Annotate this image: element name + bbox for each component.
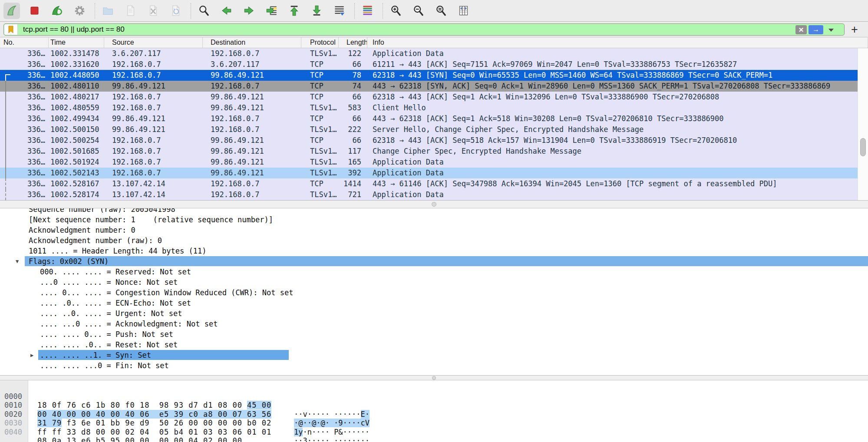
colorize-packets-button[interactable] xyxy=(359,3,376,19)
filter-add-button[interactable]: + xyxy=(848,22,861,37)
conversation-marker-icon xyxy=(5,189,10,200)
stop-capture-button[interactable] xyxy=(26,3,43,19)
packet-row[interactable]: 336… 1002.500254 192.168.0.7 99.86.49.12… xyxy=(0,135,858,146)
go-last-button[interactable] xyxy=(308,3,325,19)
detail-text: .... ..0. .... = Urgent: Not set xyxy=(40,308,182,319)
detail-tree-row[interactable]: 000. .... .... = Reserved: Not set xyxy=(0,267,868,277)
detail-tree-row[interactable]: .... .... 0... = Push: Not set xyxy=(0,329,868,340)
hex-row[interactable]: 0040 08 0a 13 e6 b5 95 00 00 00 00 04 02… xyxy=(0,419,868,428)
close-file-button[interactable] xyxy=(145,3,161,19)
packet-row[interactable]: 336… 1002.502143 192.168.0.7 99.86.49.12… xyxy=(0,168,858,178)
packet-source-cell: 192.168.0.7 xyxy=(104,157,203,168)
go-first-button[interactable] xyxy=(286,3,302,19)
detail-tree-row[interactable]: Acknowledgment number: 0 xyxy=(0,225,868,235)
zoom-original-button[interactable] xyxy=(432,3,449,19)
display-filter-input[interactable]: tcp.port == 80 || udp.port == 80 ✕ → xyxy=(3,23,845,36)
column-header-proto[interactable]: Protocol xyxy=(301,37,339,48)
detail-tree-row[interactable]: 1011 .... = Header Length: 44 bytes (11) xyxy=(0,246,868,256)
details-bytes-splitter[interactable] xyxy=(0,375,868,380)
packet-length-cell: 165 xyxy=(339,157,367,168)
column-header-len[interactable]: Length xyxy=(339,37,367,48)
packet-row[interactable]: 336… 1002.331620 192.168.0.7 3.6.207.117… xyxy=(0,59,858,70)
display-filter-text[interactable]: tcp.port == 80 || udp.port == 80 xyxy=(23,24,125,35)
packet-row[interactable]: 336… 1002.501924 192.168.0.7 99.86.49.12… xyxy=(0,157,858,168)
packet-time-cell: 1002.480110 xyxy=(49,81,104,92)
find-packet-button[interactable] xyxy=(195,3,212,19)
resize-columns-button[interactable] xyxy=(455,3,472,19)
go-back-button[interactable] xyxy=(218,3,234,19)
packet-list-scrollbar[interactable] xyxy=(858,48,868,200)
detail-tree-row[interactable]: .... .0.. .... = ECN-Echo: Not set xyxy=(0,298,868,308)
go-forward-button[interactable] xyxy=(241,3,257,19)
hex-ascii[interactable]: 1y·n···· P&······ xyxy=(294,428,370,437)
conversation-marker-icon xyxy=(5,135,10,146)
detail-tree-row[interactable]: Sequence number (raw): 2005041998 xyxy=(0,208,868,214)
filter-apply-button[interactable]: → xyxy=(809,25,823,34)
packet-row[interactable]: 336… 1002.480559 192.168.0.7 99.86.49.12… xyxy=(0,102,858,113)
packet-source-cell: 99.86.49.121 xyxy=(104,124,203,135)
column-header-src[interactable]: Source xyxy=(104,37,203,48)
packet-row[interactable]: 336… 1002.448050 192.168.0.7 99.86.49.12… xyxy=(0,70,858,81)
hex-bytes[interactable]: 08 0a 13 e6 b5 95 00 00 00 00 04 02 00 0… xyxy=(37,436,242,442)
capture-options-button[interactable] xyxy=(71,3,88,19)
go-back-icon xyxy=(221,5,232,16)
detail-tree-row[interactable]: Acknowledgment number (raw): 0 xyxy=(0,235,868,246)
splitter-handle[interactable] xyxy=(432,376,436,380)
packet-row[interactable]: 336… 1002.480110 99.86.49.121 192.168.0.… xyxy=(0,81,858,92)
detail-tree-row[interactable]: ▶ .... .... ..1. = Syn: Set xyxy=(0,350,868,360)
main-toolbar xyxy=(0,0,868,22)
save-file-button[interactable] xyxy=(122,3,139,19)
detail-tree-row[interactable]: .... .... .0.. = Reset: Not set xyxy=(0,340,868,350)
start-capture-button[interactable] xyxy=(3,3,20,19)
detail-tree-row[interactable]: .... ..0. .... = Urgent: Not set xyxy=(0,308,868,319)
packet-row[interactable]: 336… 1002.331478 3.6.207.117 192.168.0.7… xyxy=(0,48,858,59)
hex-row[interactable]: 0000 18 0f 76 c6 1b 80 f0 18 98 93 d7 d1… xyxy=(0,383,868,392)
packet-protocol-cell: TCP xyxy=(301,135,339,146)
column-header-dst[interactable]: Destination xyxy=(203,37,301,48)
packet-destination-cell: 99.86.49.121 xyxy=(203,135,301,146)
hex-row[interactable]: 0030 ff ff 33 d8 00 00 02 04 05 b4 01 03… xyxy=(0,410,868,419)
go-last-icon xyxy=(311,5,323,16)
packet-protocol-cell: TLSv1… xyxy=(301,102,339,113)
filter-dropdown-caret[interactable] xyxy=(828,29,834,32)
detail-tree-row[interactable]: .... ...0 .... = Acknowledgment: Not set xyxy=(0,319,868,329)
packet-row[interactable]: 336… 1002.528167 13.107.42.14 192.168.0.… xyxy=(0,178,858,189)
hex-row[interactable]: 0020 31 79 f3 6e 01 bb 9e d9 50 26 00 00… xyxy=(0,401,868,410)
reload-file-button[interactable] xyxy=(167,3,184,19)
packet-row[interactable]: 336… 1002.528174 13.107.42.14 192.168.0.… xyxy=(0,189,858,200)
scrollbar-thumb[interactable] xyxy=(860,138,866,156)
column-header-info[interactable]: Info xyxy=(367,37,868,48)
hex-bytes[interactable]: ff ff 33 d8 00 00 02 04 05 b4 01 03 03 0… xyxy=(37,428,271,437)
restart-capture-button[interactable] xyxy=(49,3,65,19)
splitter-handle[interactable] xyxy=(432,202,436,207)
filter-bookmark-button[interactable] xyxy=(4,24,18,35)
detail-tree-row[interactable]: ▼ Flags: 0x002 (SYN) xyxy=(0,256,868,267)
list-details-splitter[interactable] xyxy=(0,200,868,208)
packet-row[interactable]: 336… 1002.480217 192.168.0.7 99.86.49.12… xyxy=(0,92,858,102)
filter-clear-button[interactable]: ✕ xyxy=(795,25,807,34)
detail-tree-row[interactable]: ...0 .... .... = Nonce: Not set xyxy=(0,277,868,287)
packet-row[interactable]: 336… 1002.500150 99.86.49.121 192.168.0.… xyxy=(0,124,858,135)
packet-row[interactable]: 336… 1002.499434 99.86.49.121 192.168.0.… xyxy=(0,113,858,124)
zoom-in-button[interactable] xyxy=(387,3,404,19)
hex-row[interactable]: 0010 00 40 00 00 40 00 40 06 e5 39 c0 a8… xyxy=(0,392,868,401)
packet-source-cell: 3.6.207.117 xyxy=(104,48,203,59)
column-header-time[interactable]: Time xyxy=(49,37,104,48)
go-to-packet-button[interactable] xyxy=(263,3,280,19)
packet-source-cell: 192.168.0.7 xyxy=(104,135,203,146)
open-file-button[interactable] xyxy=(99,3,116,19)
auto-scroll-button[interactable] xyxy=(331,3,347,19)
expander-icon[interactable]: ▶ xyxy=(30,350,33,360)
expander-icon[interactable]: ▼ xyxy=(16,256,19,267)
detail-tree-row[interactable]: .... 0... .... = Congestion Window Reduc… xyxy=(0,287,868,298)
zoom-out-button[interactable] xyxy=(410,3,426,19)
packet-row[interactable]: 336… 1002.501685 192.168.0.7 99.86.49.12… xyxy=(0,146,858,157)
packet-info-cell: 61211 → 443 [ACK] Seq=7151 Ack=97069 Win… xyxy=(367,59,858,70)
packet-length-cell: 74 xyxy=(339,81,367,92)
hex-ascii[interactable]: ··3····· ········ xyxy=(294,436,370,442)
column-header-no[interactable]: No. xyxy=(0,37,49,48)
detail-tree-row[interactable]: .... .... ...0 = Fin: Not set xyxy=(0,360,868,371)
start-capture-icon xyxy=(6,5,18,16)
save-file-icon xyxy=(125,5,136,16)
detail-tree-row[interactable]: [Next sequence number: 1 (relative seque… xyxy=(0,214,868,225)
